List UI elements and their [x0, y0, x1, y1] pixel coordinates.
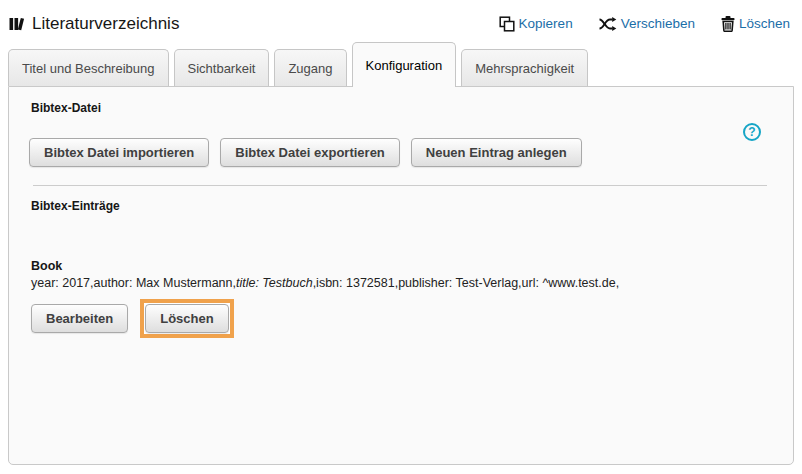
- import-bibtex-button[interactable]: Bibtex Datei importieren: [29, 138, 209, 167]
- bibtex-file-heading: Bibtex-Datei: [31, 101, 773, 115]
- section-divider: [33, 185, 767, 186]
- move-link[interactable]: Verschieben: [599, 16, 695, 32]
- tab-mehrsprachigkeit[interactable]: Mehrsprachigkeit: [461, 49, 588, 86]
- help-icon[interactable]: ?: [743, 123, 761, 141]
- entry-detail-prefix: year: 2017,author: Max Mustermann,: [31, 276, 236, 290]
- page-title: Literaturverzeichnis: [32, 14, 179, 34]
- delete-entry-highlight: Löschen: [140, 299, 233, 338]
- bibtex-entry: Book year: 2017,author: Max Mustermann,t…: [31, 259, 773, 338]
- new-entry-button[interactable]: Neuen Eintrag anlegen: [411, 138, 582, 167]
- export-bibtex-button[interactable]: Bibtex Datei exportieren: [220, 138, 400, 167]
- tab-titel-und-beschreibung[interactable]: Titel und Beschreibung: [8, 49, 169, 86]
- tabbar: Titel und Beschreibung Sichtbarkeit Zuga…: [0, 42, 802, 86]
- move-label: Verschieben: [621, 16, 695, 31]
- copy-label: Kopieren: [519, 16, 573, 31]
- trash-icon: [721, 16, 735, 32]
- delete-entry-button[interactable]: Löschen: [145, 304, 228, 333]
- entry-detail: year: 2017,author: Max Mustermann,title:…: [31, 276, 773, 290]
- shuffle-icon: [599, 16, 617, 32]
- header: Literaturverzeichnis Kopieren Versch: [0, 0, 802, 42]
- entry-type: Book: [31, 259, 773, 273]
- delete-link[interactable]: Löschen: [721, 16, 790, 32]
- entry-actions: Bearbeiten Löschen: [31, 299, 773, 338]
- tab-sichtbarkeit[interactable]: Sichtbarkeit: [174, 49, 270, 86]
- entry-detail-suffix: ,isbn: 1372581,publisher: Test-Verlag,ur…: [313, 276, 620, 290]
- bibliography-icon: [8, 16, 25, 32]
- header-actions: Kopieren Verschieben: [499, 16, 792, 32]
- delete-label: Löschen: [739, 16, 790, 31]
- copy-icon: [499, 16, 515, 32]
- bibtex-file-actions: Bibtex Datei importieren Bibtex Datei ex…: [29, 138, 773, 167]
- tab-zugang[interactable]: Zugang: [274, 49, 346, 86]
- title-wrap: Literaturverzeichnis: [8, 14, 179, 34]
- entry-detail-title: title: Testbuch: [236, 276, 313, 290]
- edit-entry-button[interactable]: Bearbeiten: [31, 304, 128, 333]
- tab-konfiguration[interactable]: Konfiguration: [352, 42, 457, 87]
- copy-link[interactable]: Kopieren: [499, 16, 573, 32]
- bibtex-entries-heading: Bibtex-Einträge: [31, 199, 773, 213]
- content-panel: Bibtex-Datei Bibtex Datei importieren Bi…: [8, 86, 794, 465]
